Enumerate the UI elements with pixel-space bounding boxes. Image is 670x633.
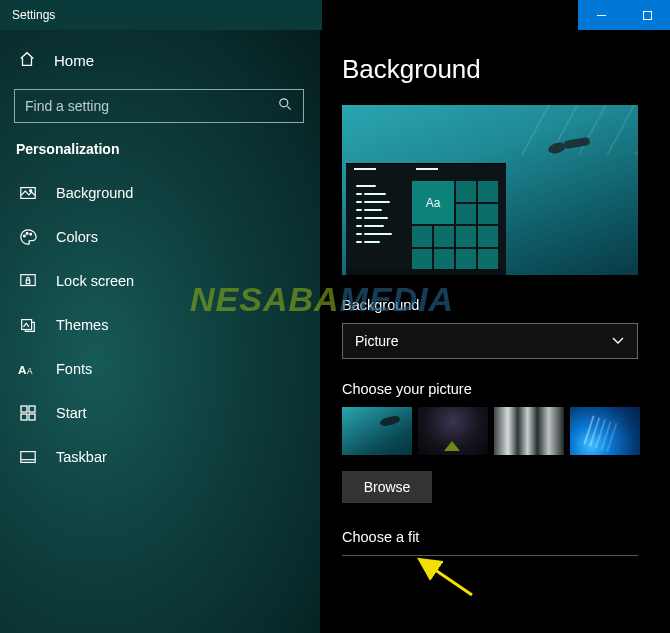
svg-rect-16 [21, 414, 27, 420]
picture-thumb-4[interactable] [570, 407, 640, 455]
annotation-arrow [412, 555, 482, 605]
window-controls [578, 0, 670, 30]
sidebar-item-label: Themes [56, 317, 108, 333]
taskbar-icon [18, 447, 38, 467]
sidebar-item-label: Start [56, 405, 87, 421]
background-select-value: Picture [355, 333, 399, 349]
start-icon [18, 403, 38, 423]
search-box[interactable] [14, 89, 304, 123]
svg-point-7 [26, 233, 28, 235]
fonts-icon: A A [18, 359, 38, 379]
search-input[interactable] [25, 98, 277, 114]
svg-text:A: A [27, 367, 33, 376]
sidebar-item-background[interactable]: Background [14, 171, 310, 215]
preview-tile-text: Aa [412, 181, 454, 224]
sidebar-item-label: Lock screen [56, 273, 134, 289]
main-panel: Background Aa [320, 30, 670, 633]
page-title: Background [342, 54, 652, 85]
picture-thumb-2[interactable] [418, 407, 488, 455]
chevron-down-icon [611, 333, 625, 350]
nav-home[interactable]: Home [14, 40, 310, 85]
search-icon [277, 96, 293, 116]
picture-thumb-3[interactable] [494, 407, 564, 455]
palette-icon [18, 227, 38, 247]
nav-home-label: Home [54, 52, 94, 69]
category-label: Personalization [14, 141, 310, 171]
sidebar-item-label: Colors [56, 229, 98, 245]
svg-rect-1 [643, 11, 651, 19]
sidebar-item-taskbar[interactable]: Taskbar [14, 435, 310, 479]
svg-rect-17 [29, 414, 35, 420]
background-label: Background [342, 297, 652, 313]
preview-desktop: Aa [346, 163, 506, 275]
browse-button[interactable]: Browse [342, 471, 432, 503]
sidebar-item-label: Fonts [56, 361, 92, 377]
picture-icon [18, 183, 38, 203]
svg-line-20 [422, 561, 472, 595]
sidebar-item-label: Background [56, 185, 133, 201]
home-icon [18, 50, 36, 71]
window-title: Settings [12, 8, 55, 22]
svg-rect-18 [21, 452, 35, 463]
svg-line-3 [287, 106, 290, 109]
sidebar-item-colors[interactable]: Colors [14, 215, 310, 259]
choose-picture-label: Choose your picture [342, 381, 652, 397]
sidebar-item-label: Taskbar [56, 449, 107, 465]
lockscreen-icon [18, 271, 38, 291]
svg-rect-14 [21, 406, 27, 412]
svg-point-2 [280, 99, 288, 107]
maximize-button[interactable] [624, 0, 670, 30]
browse-button-label: Browse [364, 479, 411, 495]
svg-text:A: A [18, 363, 27, 377]
divider [342, 555, 638, 556]
choose-fit-label: Choose a fit [342, 529, 652, 545]
titlebar: Settings [0, 0, 670, 30]
sidebar-item-lockscreen[interactable]: Lock screen [14, 259, 310, 303]
picture-thumbnails [342, 407, 652, 455]
background-preview: Aa [342, 105, 638, 275]
svg-point-5 [30, 190, 32, 192]
svg-rect-15 [29, 406, 35, 412]
picture-thumb-1[interactable] [342, 407, 412, 455]
background-select[interactable]: Picture [342, 323, 638, 359]
themes-icon [18, 315, 38, 335]
svg-rect-10 [26, 280, 30, 284]
svg-point-6 [24, 235, 26, 237]
sidebar-item-start[interactable]: Start [14, 391, 310, 435]
svg-point-8 [30, 233, 32, 235]
sidebar-item-themes[interactable]: Themes [14, 303, 310, 347]
minimize-button[interactable] [578, 0, 624, 30]
sidebar-item-fonts[interactable]: A A Fonts [14, 347, 310, 391]
sidebar: Home Personalization Background [0, 30, 320, 633]
